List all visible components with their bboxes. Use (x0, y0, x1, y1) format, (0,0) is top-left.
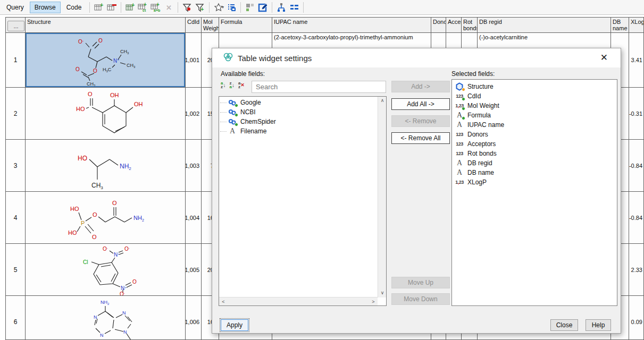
layout-icon[interactable] (244, 2, 256, 13)
move-down-button[interactable]: Move Down (391, 293, 450, 305)
xlogp-cell[interactable]: 3.41 (629, 33, 644, 87)
column-header-mol-weight[interactable]: Mol Weight (202, 18, 219, 32)
available-fields-list[interactable]: GoogleNCBIChemSpiderAFilename ∧ ∨ < > (219, 96, 387, 306)
structure-cell-row6[interactable]: NH2 N N N N (26, 296, 185, 340)
new-grid-view-icon[interactable]: + (124, 2, 137, 13)
xlogp-cell[interactable]: -0.31 (629, 88, 644, 139)
row-number[interactable]: 5 (6, 244, 25, 295)
sort-clear-icon[interactable]: az✕ (238, 81, 245, 89)
tab-code[interactable]: Code (62, 2, 87, 13)
field-item-cdid[interactable]: 123CdId (452, 91, 617, 101)
structure-cell-row3[interactable]: HO NH2 CH3 (26, 140, 185, 191)
tab-browse[interactable]: Browse (30, 2, 61, 13)
search-input[interactable] (252, 81, 386, 93)
field-item-structure[interactable]: Structure (452, 82, 617, 91)
move-up-button[interactable]: Move Up (391, 277, 450, 288)
field-item-db-name[interactable]: ADB name (452, 168, 617, 177)
horizontal-scrollbar[interactable]: < > (219, 297, 378, 305)
cdid-cell[interactable]: 1,006 (186, 296, 201, 340)
column-header-db-name[interactable]: DB name (611, 18, 629, 32)
row-number[interactable]: 2 (6, 88, 25, 139)
add-button[interactable]: Add -> (391, 81, 450, 92)
structure-cell-row4[interactable]: HO HO P O O O NH2 (26, 192, 185, 243)
column-header-xlogp[interactable]: XLogP (629, 18, 644, 32)
field-item-chemspider[interactable]: ChemSpider (219, 117, 377, 126)
column-header-rot-bonds[interactable]: Rot bonds (462, 18, 477, 32)
row-number[interactable]: 3 (6, 140, 25, 191)
favorites-icon[interactable]: ▾ (212, 2, 225, 13)
remove-table-icon[interactable] (105, 2, 118, 13)
column-header-formula[interactable]: Formula (219, 18, 272, 32)
filter-icon[interactable] (181, 2, 194, 13)
column-header-db-regid[interactable]: DB regid (478, 18, 610, 32)
close-button[interactable]: Close (550, 319, 578, 331)
new-grid-ct-icon[interactable]: +ct (137, 2, 149, 13)
field-item-acceptors[interactable]: 123Acceptors (452, 139, 617, 149)
column-header-structure[interactable]: Structure (26, 18, 185, 32)
field-item-google[interactable]: Google (219, 98, 377, 107)
xlogp-cell[interactable]: 0.09 (629, 296, 644, 340)
delete-icon[interactable]: ✕ (162, 2, 175, 13)
remove-all-button[interactable]: <- Remove All (391, 132, 450, 144)
list-view-icon[interactable] (288, 2, 300, 13)
cdid-cell[interactable]: 1,004 (186, 192, 201, 243)
cdid-cell[interactable]: 1,003 (186, 140, 201, 191)
selected-fields-list[interactable]: Structure123CdId1,23Mol WeightAFormulaAI… (451, 79, 617, 306)
field-label: IUPAC name (467, 121, 504, 129)
remove-button[interactable]: <- Remove (391, 115, 450, 127)
dropdown-caret-icon: ▾ (222, 5, 224, 10)
field-label: Filename (240, 128, 266, 135)
list-settings-icon[interactable] (225, 2, 238, 13)
field-item-rot-bonds[interactable]: 123Rot bonds (452, 149, 617, 158)
column-header-donors[interactable]: Donors (431, 18, 446, 32)
structure-cell-row5[interactable]: Cl N+ O- O- N+ O O- (26, 244, 185, 295)
add-filter-icon[interactable]: + (194, 2, 206, 13)
column-header-cdid[interactable]: CdId (186, 18, 201, 32)
cdid-cell[interactable]: 1,002 (186, 88, 201, 139)
add-table-icon[interactable]: + (93, 2, 105, 13)
vertical-scrollbar[interactable]: ∧ ∨ (378, 97, 386, 298)
sort-desc-icon[interactable]: za↓ (229, 81, 234, 89)
edit-widget-icon[interactable] (256, 2, 269, 13)
structure-cell-row2[interactable]: O HO OH OH (26, 88, 185, 139)
svg-text:O-: O- (78, 39, 84, 45)
field-item-xlogp[interactable]: 1,23XLogP (452, 177, 617, 187)
add-all-button[interactable]: Add All -> (391, 98, 450, 110)
column-options-button[interactable]: ... (7, 21, 24, 31)
row-number[interactable]: 1 (6, 33, 25, 87)
tab-query[interactable]: Query (2, 2, 29, 13)
column-header-iupac-name[interactable]: IUPAC name (272, 18, 431, 32)
column-header-acceptors[interactable]: Acceptors (446, 18, 461, 32)
field-item-donors[interactable]: 123Donors (452, 130, 617, 139)
svg-text:O: O (93, 211, 97, 218)
scroll-left-icon[interactable]: < (219, 298, 228, 306)
svg-text:a+b: a+b (154, 8, 160, 12)
apply-button[interactable]: Apply (221, 319, 248, 331)
scroll-down-icon[interactable]: ∨ (378, 289, 387, 298)
svg-text:CH3: CH3 (127, 63, 136, 69)
row-number[interactable]: 4 (6, 192, 25, 243)
row-number[interactable]: 6 (6, 296, 25, 340)
close-icon[interactable]: ✕ (593, 49, 615, 67)
field-item-ncbi[interactable]: NCBI (219, 107, 377, 117)
svg-text:O: O (93, 68, 97, 74)
svg-text:N: N (123, 329, 127, 335)
cdid-cell[interactable]: 1,001 (186, 33, 201, 87)
scroll-right-icon[interactable]: > (369, 298, 378, 306)
xlogp-cell[interactable]: -0.84 (629, 140, 644, 191)
field-item-db-regid[interactable]: ADB regid (452, 158, 617, 168)
field-item-mol-weight[interactable]: 1,23Mol Weight (452, 101, 617, 110)
xlogp-cell[interactable]: 2.33 (629, 244, 644, 295)
structure-tree-icon[interactable] (275, 2, 288, 13)
cdid-cell[interactable]: 1,005 (186, 244, 201, 295)
field-item-formula[interactable]: AFormula (452, 110, 617, 120)
field-item-iupac-name[interactable]: AIUPAC name (452, 120, 617, 130)
field-item-filename[interactable]: AFilename (219, 126, 377, 136)
help-button[interactable]: Help (586, 319, 611, 331)
scroll-up-icon[interactable]: ∧ (378, 97, 387, 105)
sort-asc-icon[interactable]: az↓ (221, 81, 225, 89)
xlogp-cell[interactable]: -0.84 (629, 192, 644, 243)
new-grid-ab-icon[interactable]: +a+b (149, 2, 162, 13)
structure-cell-row1[interactable]: O- O N+ CH3 CH3 H3C O O CH3 (26, 33, 185, 87)
svg-text:O-: O- (120, 291, 125, 295)
